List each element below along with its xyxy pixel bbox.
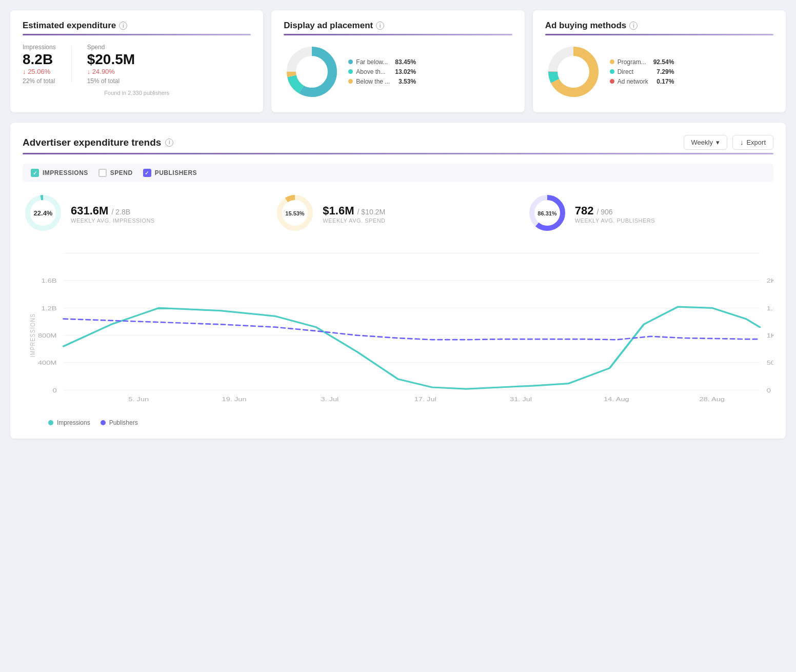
svg-text:1K: 1K <box>767 332 773 339</box>
svg-text:2K: 2K <box>767 278 773 284</box>
export-button[interactable]: ↓ Export <box>732 135 773 150</box>
legend-dot-adnetwork <box>610 79 614 84</box>
publishers-filter-label: PUBLISHERS <box>155 169 197 176</box>
metric-divider <box>71 46 72 83</box>
spend-checkbox[interactable] <box>98 169 107 177</box>
legend-item-far-below: Far below... 83.45% <box>348 58 416 66</box>
display-donut-section: Far below... 83.45% Above th... 13.02% B… <box>284 44 512 102</box>
legend-publishers-chart: Publishers <box>101 419 138 426</box>
trends-info-icon[interactable]: i <box>165 139 173 147</box>
buying-info-icon[interactable]: i <box>629 22 638 30</box>
spend-filter-label: SPEND <box>110 169 133 176</box>
svg-text:22.4%: 22.4% <box>34 209 53 217</box>
buying-donut <box>545 44 602 102</box>
trends-card: Advertiser expenditure trends i Weekly ▾… <box>10 123 786 439</box>
impressions-label: Impressions <box>23 44 56 51</box>
kpi-spend: 15.53% $1.6M / $10.2M WEEKLY AVG. SPEND <box>274 192 521 235</box>
kpi-impressions: 22.4% 631.6M / 2.8B WEEKLY AVG. IMPRESSI… <box>23 192 269 235</box>
buying-methods-card: Ad buying methods i Program... 92.54% <box>533 10 786 112</box>
legend-item-direct: Direct 7.29% <box>610 68 674 75</box>
svg-text:500: 500 <box>767 360 773 366</box>
legend-dot-programmatic <box>610 60 614 64</box>
legend-dot-publishers-chart <box>101 420 106 425</box>
spend-kpi-sub: WEEKLY AVG. SPEND <box>323 218 385 224</box>
spend-label: Spend <box>87 44 135 51</box>
legend-dot-above <box>348 69 353 74</box>
chart-area: 0 400M 800M 1.2B 1.6B 0 500 1K 1.5K 2K I… <box>23 248 773 412</box>
buying-underline <box>545 34 773 35</box>
filter-impressions[interactable]: ✓ IMPRESSIONS <box>31 169 88 177</box>
buying-donut-section: Program... 92.54% Direct 7.29% Ad networ… <box>545 44 773 102</box>
svg-text:400M: 400M <box>38 360 57 366</box>
export-label: Export <box>746 139 766 146</box>
display-placement-card: Display ad placement i <box>271 10 524 112</box>
svg-text:1.6B: 1.6B <box>41 278 56 284</box>
expenditure-info-icon[interactable]: i <box>119 22 127 30</box>
expenditure-title: Estimated expenditure i <box>23 21 251 31</box>
spend-value: $20.5M <box>87 52 135 68</box>
expenditure-underline <box>23 34 251 35</box>
svg-text:3. Jul: 3. Jul <box>321 396 339 402</box>
impressions-value: 8.2B <box>23 52 56 68</box>
impressions-mini-donut: 22.4% <box>23 192 64 235</box>
svg-text:86.31%: 86.31% <box>538 210 557 216</box>
display-title: Display ad placement i <box>284 21 512 31</box>
svg-text:15.53%: 15.53% <box>286 210 305 216</box>
publishers-checkbox[interactable]: ✓ <box>143 169 151 177</box>
weekly-dropdown[interactable]: Weekly ▾ <box>684 135 727 150</box>
legend-dot-far-below <box>348 60 353 64</box>
legend-impressions-label: Impressions <box>57 419 90 426</box>
impressions-kpi-text: 631.6M / 2.8B WEEKLY AVG. IMPRESSIONS <box>71 204 155 224</box>
impressions-checkbox[interactable]: ✓ <box>31 169 39 177</box>
legend-item-programmatic: Program... 92.54% <box>610 58 674 66</box>
legend-publishers-label: Publishers <box>109 419 138 426</box>
trends-title-text: Advertiser expenditure trends <box>23 137 161 148</box>
impressions-filter-label: IMPRESSIONS <box>43 169 88 176</box>
impressions-kpi-sub: WEEKLY AVG. IMPRESSIONS <box>71 218 155 224</box>
svg-text:14. Aug: 14. Aug <box>604 396 629 402</box>
publishers-kpi-main: 782 / 906 <box>575 204 655 218</box>
svg-text:1.2B: 1.2B <box>41 305 56 311</box>
legend-item-adnetwork: Ad network 0.17% <box>610 78 674 85</box>
svg-text:28. Aug: 28. Aug <box>699 396 725 402</box>
trends-header: Advertiser expenditure trends i Weekly ▾… <box>23 135 773 150</box>
chevron-down-icon: ▾ <box>716 139 720 146</box>
filter-spend[interactable]: SPEND <box>98 169 133 177</box>
legend-dot-direct <box>610 69 614 74</box>
publishers-kpi-text: 782 / 906 WEEKLY AVG. PUBLISHERS <box>575 204 655 224</box>
legend-dot-below <box>348 79 353 84</box>
spend-kpi-main: $1.6M / $10.2M <box>323 204 385 218</box>
spend-metric: Spend $20.5M 24.90% 15% of total <box>87 44 135 85</box>
impressions-sub: 22% of total <box>23 77 56 85</box>
svg-text:31. Jul: 31. Jul <box>510 396 532 402</box>
publishers-note: Found in 2,330 publishers <box>23 90 251 96</box>
buying-title-text: Ad buying methods <box>545 21 627 31</box>
svg-text:800M: 800M <box>38 332 57 339</box>
spend-kpi-text: $1.6M / $10.2M WEEKLY AVG. SPEND <box>323 204 385 224</box>
publishers-kpi-sub: WEEKLY AVG. PUBLISHERS <box>575 218 655 224</box>
main-chart: 0 400M 800M 1.2B 1.6B 0 500 1K 1.5K 2K I… <box>23 248 773 412</box>
display-donut <box>284 44 340 102</box>
display-title-text: Display ad placement <box>284 21 373 31</box>
buying-legend: Program... 92.54% Direct 7.29% Ad networ… <box>610 58 674 88</box>
svg-text:19. Jun: 19. Jun <box>222 396 247 402</box>
chart-legend: Impressions Publishers <box>23 419 773 426</box>
kpi-row: 22.4% 631.6M / 2.8B WEEKLY AVG. IMPRESSI… <box>23 192 773 235</box>
filter-publishers[interactable]: ✓ PUBLISHERS <box>143 169 197 177</box>
svg-text:0: 0 <box>767 387 771 393</box>
spend-change: 24.90% <box>87 68 135 75</box>
svg-text:0: 0 <box>52 387 56 393</box>
impressions-change: 25.06% <box>23 68 56 75</box>
svg-text:IMPRESSIONS: IMPRESSIONS <box>29 313 36 358</box>
legend-item-above: Above th... 13.02% <box>348 68 416 75</box>
publishers-mini-donut: 86.31% <box>527 192 568 235</box>
svg-text:17. Jul: 17. Jul <box>414 396 436 402</box>
svg-text:5. Jun: 5. Jun <box>128 396 149 402</box>
expenditure-title-text: Estimated expenditure <box>23 21 116 31</box>
filter-row: ✓ IMPRESSIONS SPEND ✓ PUBLISHERS <box>23 164 773 182</box>
impressions-kpi-main: 631.6M / 2.8B <box>71 204 155 218</box>
buying-title: Ad buying methods i <box>545 21 773 31</box>
legend-item-below: Below the ... 3.53% <box>348 78 416 85</box>
legend-dot-impressions-chart <box>48 420 53 425</box>
display-info-icon[interactable]: i <box>376 22 384 30</box>
